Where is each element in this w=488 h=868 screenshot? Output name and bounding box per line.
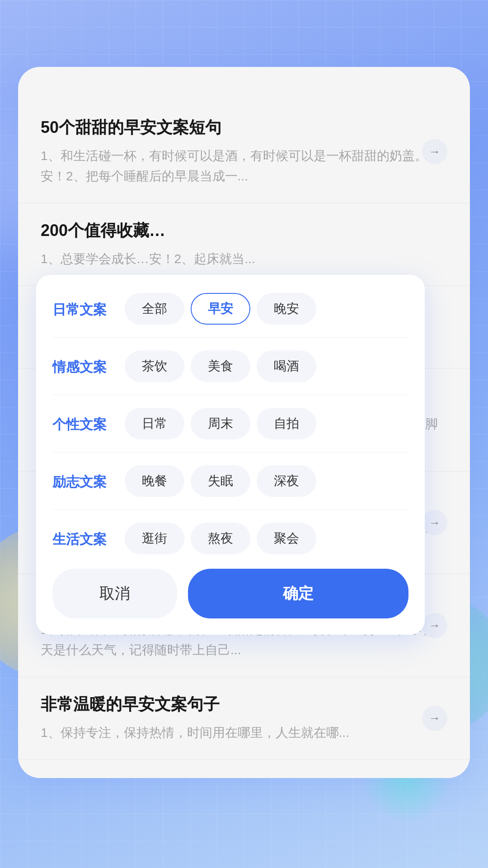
arrow-icon: → [422, 706, 447, 731]
list-item[interactable]: 200个值得收藏… 1、总要学会成长…安！2、起床就当... [18, 203, 470, 286]
confirm-button[interactable]: 确定 [188, 569, 408, 618]
filter-tag[interactable]: 自拍 [257, 408, 316, 439]
filter-tag[interactable]: 晚餐 [125, 465, 184, 497]
filter-tags-row: 茶饮美食喝酒 [125, 350, 408, 382]
filter-tag[interactable]: 周末 [191, 408, 250, 439]
filter-category-label: 日常文案 [52, 293, 125, 325]
list-item[interactable]: 非常温暖的早安文案句子 1、保持专注，保持热情，时间用在哪里，人生就在哪... … [18, 677, 470, 760]
filter-divider [52, 509, 408, 510]
filter-popup: 日常文案全部早安晚安情感文案茶饮美食喝酒个性文案日常周末自拍励志文案晚餐失眠深夜… [36, 275, 425, 635]
filter-tag[interactable]: 美食 [191, 350, 250, 382]
arrow-icon: → [422, 139, 447, 164]
filter-tag[interactable]: 早安 [191, 293, 250, 325]
list-item-desc: 1、总要学会成长…安！2、起床就当... [41, 249, 447, 269]
filter-category-label: 励志文案 [52, 465, 125, 497]
filter-divider [52, 395, 408, 395]
main-card: 50个甜甜的早安文案短句 1、和生活碰一杯，有时候可以是酒，有时候可以是一杯甜甜… [18, 67, 470, 778]
list-item-title: 200个值得收藏… [41, 220, 447, 242]
list-item[interactable]: 50个甜甜的早安文案短句 1、和生活碰一杯，有时候可以是酒，有时候可以是一杯甜甜… [18, 100, 470, 203]
filter-tags-row: 逛街熬夜聚会 [125, 523, 408, 554]
filter-tag[interactable]: 茶饮 [125, 350, 184, 382]
filter-tags-row: 日常周末自拍 [125, 408, 408, 439]
filter-tags-row: 全部早安晚安 [125, 293, 408, 325]
card-header [18, 67, 470, 100]
filter-tags-row: 晚餐失眠深夜 [125, 465, 408, 497]
arrow-icon: → [422, 510, 447, 535]
filter-category-label: 生活文案 [52, 523, 125, 554]
list-item-desc: 1、和生活碰一杯，有时候可以是酒，有时候可以是一杯甜甜的奶盖。早安！2、把每个睡… [41, 146, 447, 187]
list-item-title: 非常温暖的早安文案句子 [41, 693, 447, 716]
filter-tag[interactable]: 全部 [125, 293, 184, 325]
filter-tag[interactable]: 深夜 [257, 465, 316, 497]
filter-category-label: 情感文案 [52, 350, 125, 382]
filter-divider [52, 452, 408, 453]
filter-tag[interactable]: 喝酒 [257, 350, 316, 382]
filter-grid: 日常文案全部早安晚安情感文案茶饮美食喝酒个性文案日常周末自拍励志文案晚餐失眠深夜… [52, 293, 408, 554]
filter-tag[interactable]: 晚安 [257, 293, 316, 325]
list-item-desc: 1、保持专注，保持热情，时间用在哪里，人生就在哪... [41, 723, 447, 743]
filter-tag[interactable]: 逛街 [125, 523, 184, 554]
filter-tag[interactable]: 失眠 [191, 465, 250, 497]
cancel-button[interactable]: 取消 [52, 569, 177, 618]
filter-tag[interactable]: 日常 [125, 408, 184, 439]
filter-tag[interactable]: 熬夜 [191, 523, 250, 554]
filter-category-label: 个性文案 [52, 408, 125, 439]
list-item-title: 50个甜甜的早安文案短句 [41, 117, 447, 139]
filter-divider [52, 337, 408, 338]
arrow-icon: → [422, 613, 447, 638]
filter-actions: 取消 确定 [52, 569, 408, 618]
filter-tag[interactable]: 聚会 [257, 523, 316, 554]
header-section [0, 0, 488, 67]
